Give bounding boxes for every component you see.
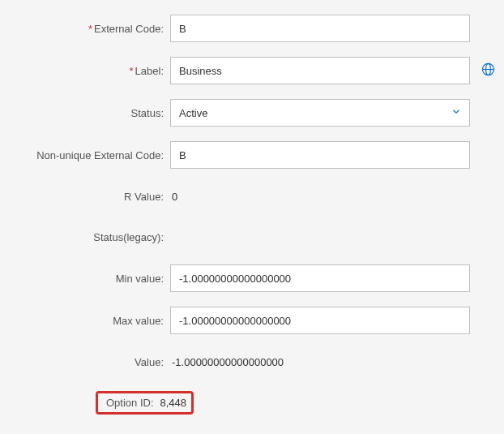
max-value-input[interactable] [170,307,470,334]
value-cell [170,264,470,292]
label-option-id: Option ID: [106,397,154,409]
label-text: Status(legacy): [93,231,164,243]
label-input[interactable] [170,57,470,84]
value-cell [170,15,470,42]
value-cell [170,57,495,84]
label-text: Non-unique External Code: [36,149,164,161]
label-status: Status: [8,107,170,119]
row-max-value: Max value: [8,307,496,334]
value-cell [170,141,470,169]
row-non-unique-external-code: Non-unique External Code: [8,141,496,169]
label-min-value: Min value: [8,273,170,285]
required-marker: * [88,23,92,35]
label-text: Value: [135,356,164,368]
row-external-code: * External Code: [8,15,496,42]
row-label: * Label: [8,57,496,84]
label-non-unique-external-code: Non-unique External Code: [8,149,170,161]
option-id-highlight: Option ID: 8,448 [96,391,194,415]
globe-icon[interactable] [481,62,495,79]
min-value-input[interactable] [170,264,470,292]
label-text: R Value: [124,191,164,203]
label-external-code: * External Code: [8,23,170,35]
label-status-legacy: Status(legacy): [8,231,170,243]
option-id-value: 8,448 [160,397,187,409]
label-r-value: R Value: [8,191,170,203]
status-select[interactable] [170,99,470,127]
label-label: * Label: [8,65,170,77]
external-code-input[interactable] [170,15,470,42]
required-marker: * [130,65,134,77]
status-select-wrap [170,99,470,127]
non-unique-external-code-input[interactable] [170,141,470,169]
row-status: Status: [8,99,496,127]
row-status-legacy: Status(legacy): [8,224,496,250]
row-r-value: R Value: 0 [8,183,496,209]
label-text: Min value: [116,273,164,285]
value-cell: 0 [170,191,470,203]
label-text: Status: [131,107,164,119]
label-text: Max value: [113,315,164,327]
row-option-id: Option ID: 8,448 [8,389,496,415]
label-text: External Code: [94,23,164,35]
r-value-value: 0 [170,191,177,203]
label-value: Value: [8,356,170,368]
value-cell [170,99,470,127]
value-value: -1.00000000000000000 [170,356,284,368]
label-max-value: Max value: [8,315,170,327]
value-cell [170,307,470,334]
row-last-modified-date: Last Modified Date: Oct 14, 2019, 5:03:5… [8,430,496,434]
label-text: Label: [135,65,164,77]
row-min-value: Min value: [8,264,496,292]
value-cell: -1.00000000000000000 [170,356,470,368]
row-value: Value: -1.00000000000000000 [8,349,496,375]
